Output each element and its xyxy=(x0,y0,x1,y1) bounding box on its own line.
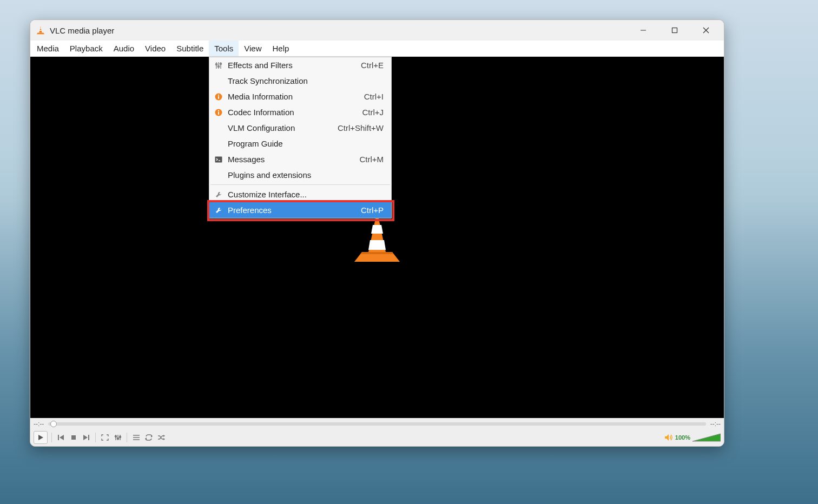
menu-item-shortcut: Ctrl+M xyxy=(359,155,384,164)
svg-marker-30 xyxy=(60,435,64,440)
menu-item-shortcut: Ctrl+J xyxy=(362,108,384,117)
menu-item-shortcut: Ctrl+I xyxy=(364,92,384,101)
maximize-button[interactable] xyxy=(659,20,690,41)
wrench-icon xyxy=(213,207,225,214)
speaker-icon[interactable] xyxy=(664,434,673,441)
separator xyxy=(51,433,52,442)
vlc-cone-icon xyxy=(36,25,45,35)
wrench-icon xyxy=(213,191,225,198)
info-icon xyxy=(213,93,225,101)
terminal-icon xyxy=(213,156,225,163)
svg-rect-20 xyxy=(215,156,222,162)
menu-item-label: Effects and Filters xyxy=(228,61,348,70)
menu-tools[interactable]: Tools xyxy=(209,41,239,56)
svg-rect-15 xyxy=(218,96,219,99)
fullscreen-button[interactable] xyxy=(100,432,110,443)
svg-marker-27 xyxy=(361,252,393,254)
svg-point-38 xyxy=(117,438,118,440)
window-title: VLC media player xyxy=(50,26,114,35)
svg-rect-18 xyxy=(218,112,219,115)
separator xyxy=(127,433,127,442)
total-time: --:-- xyxy=(710,420,721,428)
svg-point-19 xyxy=(218,110,219,111)
menu-item-shortcut: Ctrl+Shift+W xyxy=(338,123,384,132)
menu-separator xyxy=(210,184,390,185)
play-button[interactable] xyxy=(34,431,48,444)
previous-button[interactable] xyxy=(56,432,67,443)
info-icon xyxy=(213,109,225,116)
menu-view[interactable]: View xyxy=(239,41,267,56)
svg-rect-2 xyxy=(39,30,42,31)
svg-rect-29 xyxy=(58,435,59,440)
svg-marker-32 xyxy=(83,435,88,440)
svg-point-11 xyxy=(215,63,217,65)
menu-item-label: Track Synchronization xyxy=(228,76,371,85)
menu-item-label: Preferences xyxy=(228,205,348,215)
menu-item-label: Codec Information xyxy=(228,108,349,117)
extended-settings-button[interactable] xyxy=(112,432,123,443)
svg-rect-31 xyxy=(71,435,76,440)
close-button[interactable] xyxy=(690,20,722,41)
seek-bar-row: --:-- --:-- xyxy=(30,418,724,430)
menu-item-label: Customize Interface... xyxy=(228,190,371,199)
menu-item-label: Media Information xyxy=(228,92,351,101)
playlist-button[interactable] xyxy=(131,432,142,443)
menubar: MediaPlaybackAudioVideoSubtitleToolsView… xyxy=(30,41,724,57)
elapsed-time: --:-- xyxy=(34,420,44,428)
svg-point-37 xyxy=(115,436,116,437)
playback-controls: 100% xyxy=(30,430,724,446)
vlc-window: VLC media player MediaPlaybackAudioVideo… xyxy=(30,19,724,447)
svg-marker-46 xyxy=(163,438,165,440)
svg-marker-0 xyxy=(39,26,42,33)
menu-item-media-information[interactable]: Media InformationCtrl+I xyxy=(209,89,391,104)
svg-point-39 xyxy=(119,436,121,438)
svg-rect-5 xyxy=(672,28,677,33)
svg-marker-47 xyxy=(665,434,669,441)
seek-thumb[interactable] xyxy=(50,421,57,427)
menu-help[interactable]: Help xyxy=(267,41,295,56)
loop-button[interactable] xyxy=(143,432,154,443)
menu-audio[interactable]: Audio xyxy=(108,41,140,56)
menu-video[interactable]: Video xyxy=(140,41,171,56)
menu-media[interactable]: Media xyxy=(31,41,64,56)
sliders-icon xyxy=(213,62,225,69)
svg-rect-33 xyxy=(88,435,89,440)
svg-rect-1 xyxy=(39,28,41,29)
menu-item-messages[interactable]: MessagesCtrl+M xyxy=(209,151,391,167)
menu-item-shortcut: Ctrl+E xyxy=(361,61,384,70)
menu-item-plugins-and-extensions[interactable]: Plugins and extensions xyxy=(209,167,391,183)
volume-area: 100% xyxy=(664,433,721,442)
menu-item-effects-and-filters[interactable]: Effects and FiltersCtrl+E xyxy=(209,57,391,73)
menu-item-codec-information[interactable]: Codec InformationCtrl+J xyxy=(209,104,391,120)
menu-item-customize-interface[interactable]: Customize Interface... xyxy=(209,187,391,202)
menu-item-label: VLM Configuration xyxy=(228,123,325,132)
menu-item-label: Plugins and extensions xyxy=(228,170,371,180)
menu-item-shortcut: Ctrl+P xyxy=(361,205,384,215)
menu-item-preferences[interactable]: PreferencesCtrl+P xyxy=(209,202,391,218)
titlebar: VLC media player xyxy=(30,20,724,41)
tools-menu-dropdown: Effects and FiltersCtrl+ETrack Synchroni… xyxy=(209,57,392,218)
menu-subtitle[interactable]: Subtitle xyxy=(171,41,209,56)
svg-marker-28 xyxy=(38,435,43,440)
minimize-button[interactable] xyxy=(628,20,659,41)
svg-marker-24 xyxy=(371,225,383,234)
menu-item-vlm-configuration[interactable]: VLM ConfigurationCtrl+Shift+W xyxy=(209,120,391,136)
svg-marker-45 xyxy=(163,435,165,437)
menu-playback[interactable]: Playback xyxy=(64,41,108,56)
menu-item-label: Program Guide xyxy=(228,139,371,148)
menu-item-track-synchronization[interactable]: Track Synchronization xyxy=(209,73,391,89)
seek-slider[interactable] xyxy=(48,422,705,426)
next-button[interactable] xyxy=(81,432,91,443)
window-controls xyxy=(628,20,722,41)
volume-percent: 100% xyxy=(675,434,690,441)
svg-point-13 xyxy=(220,63,221,64)
volume-slider[interactable] xyxy=(692,433,721,442)
svg-marker-25 xyxy=(368,240,386,250)
svg-marker-3 xyxy=(37,33,44,35)
svg-point-16 xyxy=(218,94,219,95)
stop-button[interactable] xyxy=(68,432,79,443)
menu-item-label: Messages xyxy=(228,155,346,164)
shuffle-button[interactable] xyxy=(156,432,167,443)
menu-item-program-guide[interactable]: Program Guide xyxy=(209,136,391,151)
separator xyxy=(95,433,96,442)
